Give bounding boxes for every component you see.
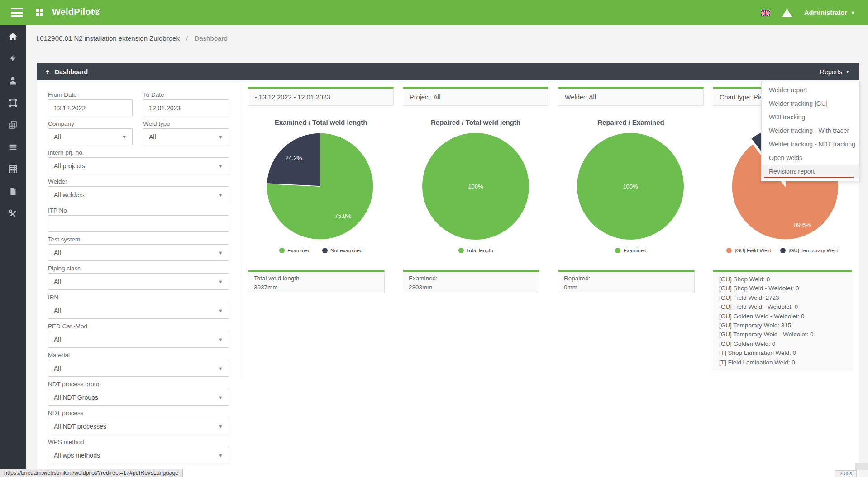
frame-icon xyxy=(8,98,18,108)
sidebar-item-home[interactable] xyxy=(0,25,26,47)
menu-item-welder-report[interactable]: Welder report xyxy=(762,83,859,97)
sidebar-item-documents[interactable] xyxy=(0,180,26,203)
reports-button[interactable]: Reports ▼ xyxy=(820,63,850,80)
itp-no-input[interactable] xyxy=(48,215,229,232)
field-label: Piping class xyxy=(48,265,229,271)
pie-chart-repaired-examined[interactable]: 100% xyxy=(576,132,685,241)
language-flag-icon[interactable] xyxy=(761,10,770,16)
chevron-down-icon: ▼ xyxy=(218,192,223,198)
material-select[interactable]: All▼ xyxy=(48,360,229,377)
irn-select[interactable]: All▼ xyxy=(48,302,229,319)
menu-item-revisions-report[interactable]: Revisions report xyxy=(762,165,859,178)
sidebar-item-registers[interactable] xyxy=(0,114,26,136)
pie-slice-label: 24.2% xyxy=(286,155,302,161)
chevron-down-icon: ▼ xyxy=(122,134,127,140)
pie-legend-1: Examined Not examined xyxy=(248,248,394,253)
sidebar-item-lists[interactable] xyxy=(0,136,26,158)
menu-item-welder-tracking-gu[interactable]: Welder tracking [GU] xyxy=(762,97,859,110)
menu-item-open-welds[interactable]: Open welds xyxy=(762,151,859,165)
field-label: From Date xyxy=(48,91,133,98)
user-name: Administrator xyxy=(804,9,847,16)
icon-sidebar xyxy=(0,25,26,477)
stat-line: [GU] Shop Weld - Weldolet: 0 xyxy=(719,284,846,293)
filter-company: Company All▼ xyxy=(48,120,133,145)
summary-total-weld-length: Total weld length: 3037mm xyxy=(248,270,385,293)
warning-icon[interactable] xyxy=(782,8,792,18)
filter-irn: IRN All▼ xyxy=(48,294,229,319)
to-date-input[interactable] xyxy=(143,99,229,116)
chevron-down-icon: ▼ xyxy=(845,69,850,74)
legend-item: Not examined xyxy=(322,248,362,253)
filter-test-system: Test system All▼ xyxy=(48,236,229,261)
stat-line: [GU] Golden Weld - Weldolet: 0 xyxy=(719,312,846,321)
breadcrumb-separator: / xyxy=(186,34,188,42)
pie-chart-repaired-total[interactable]: 100% xyxy=(421,132,530,241)
from-date-input[interactable] xyxy=(48,99,133,116)
list-icon xyxy=(8,142,18,152)
legend-item: [GU] Field Weld xyxy=(726,248,771,253)
summary-value: 0mm xyxy=(564,284,689,291)
field-label: Test system xyxy=(48,236,229,242)
home-icon xyxy=(8,32,18,41)
legend-dot xyxy=(726,248,732,253)
menu-item-welder-tracking-ndt-tracking[interactable]: Welder tracking - NDT tracking xyxy=(762,137,859,151)
legend-item: Total length xyxy=(458,248,493,253)
pie-chart-examined-total[interactable]: 75.8% 24.2% xyxy=(266,132,374,241)
wps-method-select[interactable]: All wps methods▼ xyxy=(48,447,229,463)
pie-chart-title-1: Examined / Total weld length xyxy=(248,118,394,126)
user-menu[interactable]: Administrator ▼ xyxy=(804,9,855,16)
stat-line: [GU] Temporary Weld - Weldolet: 0 xyxy=(719,330,846,339)
stat-line: [GU] Field Weld: 2723 xyxy=(719,293,846,302)
sidebar-item-dashboard[interactable] xyxy=(0,47,26,70)
company-select[interactable]: All▼ xyxy=(48,128,133,145)
filter-ndt-process: NDT process All NDT processes▼ xyxy=(48,410,229,434)
legend-item: Examined xyxy=(279,248,310,253)
filter-wps-method: WPS method All wps methods▼ xyxy=(48,439,229,463)
menu-item-wdi-tracking[interactable]: WDI tracking xyxy=(762,110,859,124)
stat-line: [GU] Temporary Weld: 315 xyxy=(719,321,846,330)
filter-welder: Welder All welders▼ xyxy=(48,178,229,203)
chevron-down-icon: ▼ xyxy=(218,337,223,342)
ndt-process-group-select[interactable]: All NDT Groups▼ xyxy=(48,389,229,406)
pie-slice-label: 100% xyxy=(623,183,638,190)
panel-title: Dashboard xyxy=(55,68,88,76)
filter-intern-prj-no: Intern prj. no. All projects▼ xyxy=(48,149,229,174)
sidebar-item-tables[interactable] xyxy=(0,158,26,180)
hamburger-menu-icon[interactable] xyxy=(11,8,23,17)
pie-slice-label: 100% xyxy=(468,183,483,190)
piping-class-select[interactable]: All▼ xyxy=(48,273,229,290)
stat-line: [T] Shop Lamination Weld: 0 xyxy=(719,349,846,358)
filter-divider[interactable] xyxy=(240,80,240,378)
field-label: WPS method xyxy=(48,439,229,445)
breadcrumb-project[interactable]: I.012900.01 N2 installation extension Zu… xyxy=(36,34,180,42)
legend-dot xyxy=(279,248,285,253)
dashboard-panel: Dashboard Reports ▼ From Date To Date xyxy=(37,63,859,477)
test-system-select[interactable]: All▼ xyxy=(48,244,229,261)
field-label: IRN xyxy=(48,294,229,300)
summary-value: 2303mm xyxy=(409,284,534,291)
sidebar-item-welders[interactable] xyxy=(0,70,26,92)
weld-type-select[interactable]: All▼ xyxy=(143,128,229,145)
field-label: Weld type xyxy=(143,120,229,127)
ped-cat-mod-select[interactable]: All▼ xyxy=(48,331,229,348)
chart-card-header-3: Welder: All xyxy=(558,87,704,106)
field-label: Material xyxy=(48,352,229,358)
hover-underline xyxy=(764,177,854,178)
grid-icon xyxy=(8,165,18,174)
summary-label: Total weld length: xyxy=(254,275,379,282)
menu-item-welder-tracking-with-tracer[interactable]: Welder tracking - With tracer xyxy=(762,124,859,137)
intern-prj-select[interactable]: All projects▼ xyxy=(48,157,229,174)
pie-legend-3: Examined xyxy=(558,248,704,253)
chart-card-header-2: Project: All xyxy=(403,87,548,106)
panel-header: Dashboard Reports ▼ xyxy=(37,63,859,80)
tools-icon xyxy=(8,209,18,218)
user-icon xyxy=(8,76,18,85)
ndt-process-select[interactable]: All NDT processes▼ xyxy=(48,418,229,434)
link-preview-statusbar: https://bnedam.websonik.nl/weldpilot/?re… xyxy=(0,469,183,477)
app-grid-icon[interactable] xyxy=(36,9,44,17)
filter-ped-cat-mod: PED Cat.-Mod All▼ xyxy=(48,323,229,348)
sidebar-item-projects[interactable] xyxy=(0,92,26,114)
chevron-down-icon: ▼ xyxy=(218,308,223,313)
welder-select[interactable]: All welders▼ xyxy=(48,186,229,203)
sidebar-item-tools[interactable] xyxy=(0,203,26,225)
